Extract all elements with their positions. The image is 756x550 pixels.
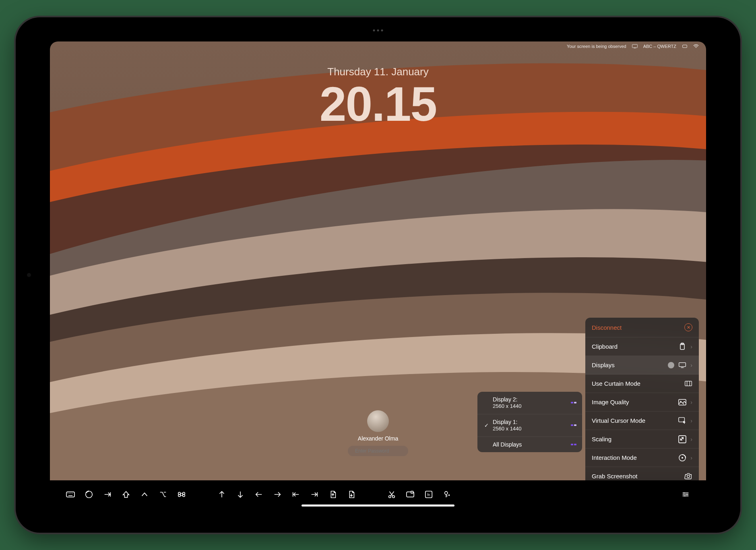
slider-knob: [668, 362, 674, 368]
lockscreen-time: 20.15: [320, 80, 436, 128]
svg-rect-15: [66, 492, 74, 497]
checkmark-icon: ✓: [483, 422, 490, 428]
arrow-right-button[interactable]: [269, 486, 286, 503]
shortcut-button[interactable]: [439, 486, 456, 503]
interaction-icon: [678, 455, 686, 461]
close-icon: ✕: [684, 323, 692, 331]
display-option-2[interactable]: Display 2: 2560 x 1440: [477, 392, 582, 414]
keyboard-layout-text: ABC – QWERTZ: [643, 44, 676, 49]
svg-rect-2: [683, 45, 687, 48]
shift-button[interactable]: [118, 486, 134, 503]
arrow-up-button[interactable]: [213, 486, 230, 503]
lockscreen-clock: Thursday 11. January 20.15: [320, 66, 436, 128]
svg-text:fn: fn: [428, 493, 430, 497]
menu-button[interactable]: [677, 486, 694, 503]
camera-icon: [684, 473, 692, 480]
chevron-right-icon: ›: [690, 436, 692, 442]
observed-icon: [632, 44, 638, 49]
display-resolution: 2560 x 1440: [493, 426, 568, 432]
page-up-button[interactable]: [324, 486, 341, 503]
end-button[interactable]: [306, 486, 323, 503]
settings-panel: Disconnect ✕ Clipboard › Displays ›: [585, 318, 699, 480]
display-preview-icon: [571, 424, 576, 426]
clipboard-row[interactable]: Clipboard ›: [585, 337, 699, 356]
remote-menubar: Your screen is being observed ABC – QWER…: [567, 44, 699, 49]
scaling-row[interactable]: Scaling ›: [585, 430, 699, 449]
image-quality-row[interactable]: Image Quality ›: [585, 393, 699, 411]
svg-point-28: [445, 492, 448, 494]
home-indicator[interactable]: [302, 505, 454, 507]
chevron-right-icon: ›: [690, 362, 692, 368]
bottom-toolbar: fn: [50, 480, 706, 509]
display-option-1[interactable]: ✓ Display 1: 2560 x 1440: [477, 414, 582, 437]
command-button[interactable]: [173, 486, 190, 503]
virtual-cursor-row[interactable]: Virtual Cursor Mode ›: [585, 411, 699, 430]
svg-point-14: [687, 475, 690, 478]
displays-submenu: Display 2: 2560 x 1440 ✓ Display 1: 2560…: [477, 392, 582, 452]
svg-point-35: [684, 495, 686, 496]
curtain-icon: [684, 380, 692, 387]
paste-button[interactable]: [402, 486, 419, 503]
screenshot-row[interactable]: Grab Screenshot: [585, 467, 699, 480]
chevron-right-icon: ›: [690, 343, 692, 350]
escape-button[interactable]: [81, 486, 97, 503]
front-camera-dots: [373, 29, 383, 31]
screen: Your screen is being observed ABC – QWER…: [50, 41, 706, 509]
curtain-mode-row[interactable]: Use Curtain Mode: [585, 374, 699, 393]
svg-point-29: [448, 494, 450, 496]
page-down-button[interactable]: [343, 486, 360, 503]
svg-point-33: [684, 492, 685, 494]
svg-rect-11: [679, 436, 686, 443]
interaction-mode-row[interactable]: Interaction Mode ›: [585, 449, 699, 467]
keyboard-button[interactable]: [62, 486, 79, 503]
home-button[interactable]: [287, 486, 304, 503]
option-button[interactable]: [155, 486, 171, 503]
cursor-icon: [678, 418, 686, 424]
remote-desktop-view[interactable]: Your screen is being observed ABC – QWER…: [50, 41, 706, 480]
display-preview-icon: [571, 402, 576, 403]
chevron-right-icon: ›: [690, 399, 692, 405]
chevron-right-icon: ›: [690, 418, 692, 424]
display-preview-icon: [571, 444, 576, 445]
control-button[interactable]: [136, 486, 153, 503]
fn-button[interactable]: fn: [420, 486, 437, 503]
wifi-icon: [693, 44, 699, 49]
tab-button[interactable]: [99, 486, 116, 503]
svg-rect-5: [679, 363, 686, 367]
svg-point-34: [686, 494, 688, 495]
display-resolution: 2560 x 1440: [493, 403, 568, 410]
display-option-all[interactable]: All Displays: [477, 437, 582, 452]
keyboard-input-icon: [682, 44, 688, 49]
cut-button[interactable]: [383, 486, 400, 503]
display-name: Display 1:: [493, 418, 568, 426]
ipad-frame: Your screen is being observed ABC – QWER…: [16, 17, 740, 533]
observed-text: Your screen is being observed: [567, 44, 626, 49]
arrow-left-button[interactable]: [250, 486, 267, 503]
scaling-icon: [678, 436, 686, 442]
side-camera: [27, 273, 31, 277]
clipboard-icon: [678, 343, 686, 350]
display-name: All Displays: [493, 441, 568, 448]
image-icon: [678, 399, 686, 405]
chevron-right-icon: ›: [690, 455, 692, 461]
lockscreen-user: Alexander Olma: [348, 410, 408, 456]
display-icon: [678, 362, 686, 368]
svg-rect-7: [685, 381, 692, 386]
arrow-down-button[interactable]: [232, 486, 249, 503]
avatar: [367, 410, 389, 432]
display-name: Display 2:: [493, 396, 568, 403]
svg-rect-1: [634, 48, 636, 48]
lockscreen-date: Thursday 11. January: [320, 66, 436, 78]
svg-rect-0: [632, 44, 637, 48]
username-label: Alexander Olma: [348, 435, 408, 442]
svg-point-13: [682, 457, 683, 459]
disconnect-button[interactable]: Disconnect ✕: [585, 318, 699, 337]
password-input[interactable]: [348, 446, 408, 456]
displays-row[interactable]: Displays ›: [585, 356, 699, 374]
